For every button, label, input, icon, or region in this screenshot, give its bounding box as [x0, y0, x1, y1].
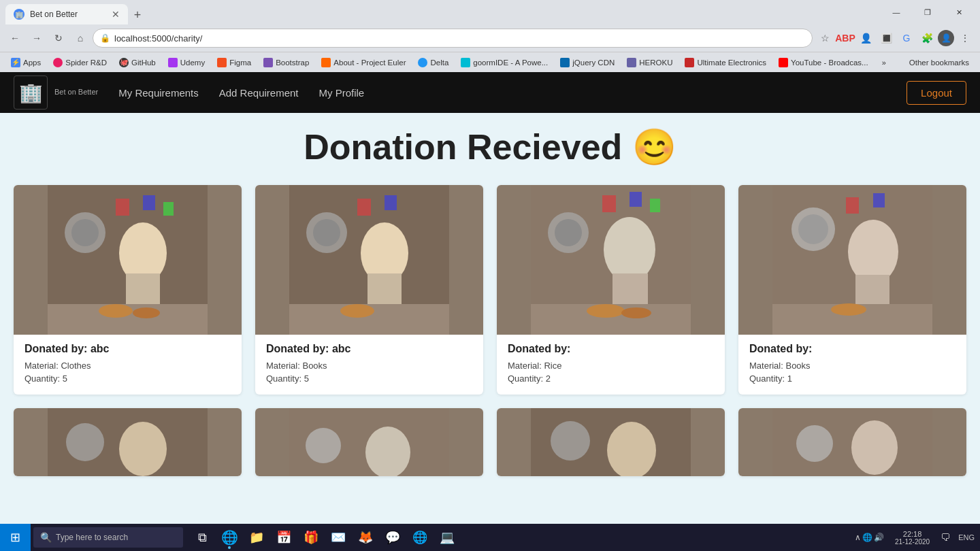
whatsapp-button[interactable]: 💬 [379, 524, 406, 551]
bookmark-delta-label: Delta [430, 59, 448, 67]
svg-point-39 [848, 220, 898, 284]
explorer-button[interactable]: 📁 [243, 524, 270, 551]
menu-button[interactable]: ⋮ [956, 29, 975, 48]
address-text: localhost:5000/charity/ [114, 33, 202, 44]
card-quantity-1: Quantity: 5 [24, 373, 231, 384]
svg-point-22 [340, 304, 374, 318]
tab-title: Bet on Better [30, 10, 78, 19]
taskbar-search[interactable]: 🔍 Type here to search [33, 527, 183, 548]
wallet-button[interactable]: 👤 [856, 29, 875, 48]
new-tab-button[interactable]: + [128, 5, 147, 24]
svg-point-46 [66, 423, 104, 461]
extensions-button[interactable]: 🧩 [917, 29, 936, 48]
card-image-5 [14, 408, 242, 476]
taskview-button[interactable]: ⧉ [189, 524, 216, 551]
nav-my-profile[interactable]: My Profile [319, 87, 365, 99]
bookmark-delta[interactable]: Delta [412, 56, 454, 69]
adblock-button[interactable]: ABP [836, 29, 855, 48]
taskbar-search-icon: 🔍 [40, 532, 52, 543]
start-button[interactable]: ⊞ [0, 524, 31, 551]
donation-card-6 [255, 408, 483, 476]
bookmark-electronics[interactable]: Ultimate Electronics [679, 56, 772, 69]
close-button[interactable]: ✕ [943, 0, 975, 24]
vscode-icon: 💻 [440, 530, 455, 545]
donation-card-4: Donated by: Material: Books Quantity: 1 [738, 185, 966, 395]
bookmark-euler[interactable]: About - Project Euler [316, 56, 411, 69]
tab-close-button[interactable]: ✕ [112, 9, 120, 20]
bookmark-github[interactable]: 🐙 GitHub [114, 56, 161, 69]
profile-button[interactable]: 👤 [938, 30, 954, 46]
system-clock[interactable]: 22:18 21-12-2020 [889, 530, 935, 546]
chrome2-button[interactable]: 🌐 [406, 524, 434, 551]
vscode-button[interactable]: 💻 [434, 524, 461, 551]
minimize-button[interactable]: — [881, 0, 912, 24]
nav-add-requirement[interactable]: Add Requirement [219, 87, 299, 99]
windows-icon: ⊞ [10, 530, 20, 545]
logo-box: 🏢 [14, 76, 48, 110]
bookmark-bootstrap[interactable]: Bootstrap [258, 56, 314, 69]
svg-point-50 [365, 427, 410, 476]
bookmark-figma[interactable]: Figma [212, 56, 257, 69]
electronics-bookmark-icon [685, 58, 694, 67]
browser-btn-1[interactable]: 🔳 [877, 29, 896, 48]
address-bar[interactable]: 🔒 localhost:5000/charity/ [93, 29, 813, 48]
tab-favicon: 🏢 [14, 9, 24, 20]
forward-button[interactable]: → [27, 29, 46, 48]
svg-point-49 [306, 428, 341, 463]
svg-point-4 [71, 219, 99, 246]
card-body-4: Donated by: Material: Books Quantity: 1 [738, 335, 966, 395]
mail-icon: ✉️ [331, 530, 346, 545]
bookmarks-more-button[interactable]: » [878, 57, 890, 68]
refresh-button[interactable]: ↻ [49, 29, 68, 48]
svg-point-44 [831, 303, 866, 316]
gift-button[interactable]: 🎁 [297, 524, 325, 551]
chrome-taskbar-button[interactable]: 🌐 [216, 524, 243, 551]
donation-card-1: Donated by: abc Material: Clothes Quanti… [14, 185, 242, 395]
volume-icon[interactable]: 🔊 [874, 533, 884, 542]
apps-bookmark-icon: ⚡ [11, 58, 20, 67]
star-button[interactable]: ☆ [815, 29, 834, 48]
logout-button[interactable]: Logout [906, 81, 966, 105]
network-icon[interactable]: 🌐 [862, 533, 872, 542]
home-button[interactable]: ⌂ [71, 29, 90, 48]
bookmark-electronics-label: Ultimate Electronics [697, 59, 766, 67]
maximize-button[interactable]: ❐ [912, 0, 943, 24]
other-bookmarks-button[interactable]: Other bookmarks [904, 57, 975, 68]
bookmark-goorm[interactable]: goormIDE - A Powe... [455, 56, 553, 69]
firefox-button[interactable]: 🦊 [352, 524, 379, 551]
bookmark-apps[interactable]: ⚡ Apps [5, 56, 46, 69]
card-quantity-3: Quantity: 2 [508, 373, 714, 384]
spider-bookmark-icon [53, 58, 63, 67]
card-material-1: Material: Clothes [24, 361, 231, 371]
bookmark-heroku[interactable]: HEROKU [621, 56, 678, 69]
bookmark-youtube[interactable]: YouTube - Broadcas... [773, 56, 874, 69]
svg-point-27 [604, 217, 655, 282]
window-controls: — ❐ ✕ [881, 0, 975, 24]
cards-grid-row1: Donated by: abc Material: Clothes Quanti… [14, 185, 966, 395]
euler-bookmark-icon [321, 58, 331, 67]
system-tray-icons: ∧ 🌐 🔊 [849, 533, 889, 542]
svg-rect-8 [143, 195, 155, 210]
svg-rect-19 [357, 199, 371, 216]
goorm-bookmark-icon [461, 58, 470, 67]
card-body-3: Donated by: Material: Rice Quantity: 2 [497, 335, 725, 395]
bookmark-jquery[interactable]: jQuery CDN [555, 56, 620, 69]
bookmark-heroku-label: HEROKU [639, 59, 672, 67]
card-image-7 [497, 408, 725, 476]
logo-icon: 🏢 [19, 82, 43, 104]
chrome-button[interactable]: G [897, 29, 916, 48]
card-material-3: Material: Rice [508, 361, 714, 371]
nav-my-requirements[interactable]: My Requirements [118, 87, 199, 99]
calendar-button[interactable]: 📅 [270, 524, 297, 551]
heroku-bookmark-icon [627, 58, 636, 67]
active-tab[interactable]: 🏢 Bet on Better ✕ [5, 4, 128, 24]
tray-up-arrow[interactable]: ∧ [855, 533, 861, 542]
github-bookmark-icon: 🐙 [119, 58, 129, 67]
bookmark-udemy[interactable]: Udemy [163, 56, 210, 69]
back-button[interactable]: ← [5, 29, 24, 48]
svg-point-47 [119, 422, 167, 476]
bookmark-spider[interactable]: Spider R&D [48, 56, 112, 69]
taskview-icon: ⧉ [198, 531, 207, 545]
mail-button[interactable]: ✉️ [325, 524, 352, 551]
notification-button[interactable]: 🗨 [935, 524, 956, 551]
